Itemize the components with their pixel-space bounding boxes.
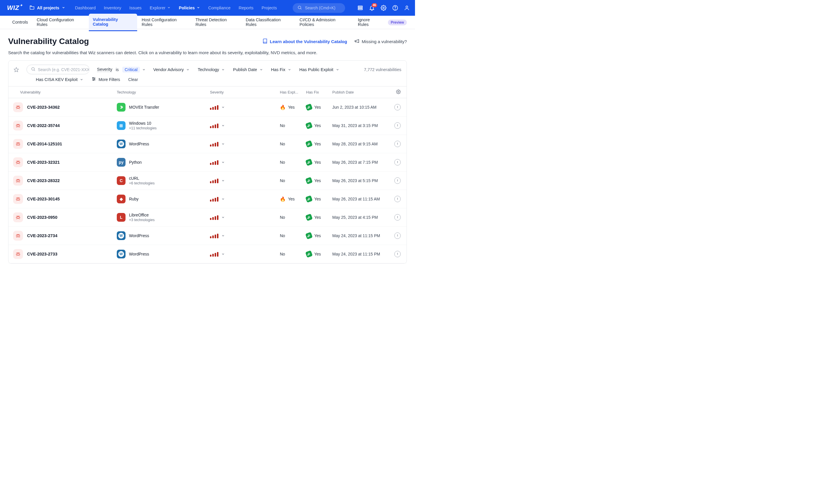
nav-issues[interactable]: Issues xyxy=(129,5,141,10)
tech-name: Windows 10 xyxy=(129,121,157,126)
chevron-down-icon xyxy=(186,68,190,71)
catalog-search-input[interactable] xyxy=(38,67,89,72)
clear-filters[interactable]: Clear xyxy=(128,77,138,82)
table-settings-icon[interactable] xyxy=(396,91,401,95)
tech-icon: ◆ xyxy=(117,195,126,203)
table-row[interactable]: CVE-2023-0950LLibreOffice+3 technologies… xyxy=(8,208,407,227)
tab-cloud-configuration-rules[interactable]: Cloud Configuration Rules xyxy=(33,14,88,31)
chevron-down-icon xyxy=(221,216,225,219)
tech-sub: +3 technologies xyxy=(129,218,155,222)
bug-icon xyxy=(13,139,23,149)
chevron-down-icon xyxy=(288,68,291,71)
user-icon[interactable] xyxy=(404,5,410,11)
folder-icon xyxy=(29,5,35,11)
sliders-icon xyxy=(91,76,96,82)
severity-cell[interactable] xyxy=(210,196,273,201)
bell-icon[interactable]: 46 xyxy=(369,5,375,11)
bug-icon xyxy=(13,121,23,130)
notification-badge: 46 xyxy=(372,3,377,7)
nav-compliance[interactable]: Compliance xyxy=(208,5,231,10)
info-icon[interactable] xyxy=(394,178,401,184)
filter-vendor-advisory[interactable]: Vendor Advisory xyxy=(153,67,190,72)
col-fix[interactable]: Has Fix xyxy=(302,87,329,98)
tab-data-classification-rules[interactable]: Data Classification Rules xyxy=(242,14,295,31)
catalog-search[interactable] xyxy=(27,65,89,74)
severity-cell[interactable] xyxy=(210,251,273,257)
nav-reports[interactable]: Reports xyxy=(238,5,253,10)
missing-link[interactable]: Missing a vulnerability? xyxy=(354,38,407,44)
chevron-down-icon xyxy=(197,5,200,10)
table-row[interactable]: CVE-2023-30145◆Ruby🔥YesYesMay 26, 2023 a… xyxy=(8,190,407,208)
nav-inventory[interactable]: Inventory xyxy=(104,5,122,10)
svg-rect-2 xyxy=(358,6,362,7)
queue-icon[interactable] xyxy=(357,5,363,11)
fix-value: Yes xyxy=(314,141,321,146)
page-subtitle: Search the catalog for vulnerabilities t… xyxy=(8,50,407,55)
logo[interactable]: WIZ✦ xyxy=(7,4,23,12)
nav-explorer[interactable]: Explorer xyxy=(150,5,171,10)
global-search-input[interactable] xyxy=(305,5,341,10)
table-row[interactable]: CVE-2022-35744⊞Windows 10+11 technologie… xyxy=(8,117,407,135)
severity-cell[interactable] xyxy=(210,141,273,147)
severity-bars-icon xyxy=(210,233,218,238)
col-vuln[interactable]: Vulnerability xyxy=(8,87,113,98)
severity-cell[interactable] xyxy=(210,160,273,165)
gear-icon[interactable] xyxy=(381,5,386,11)
nav-dashboard[interactable]: Dashboard xyxy=(75,5,96,10)
filter-technology[interactable]: Technology xyxy=(198,67,225,72)
tech-name: MOVEit Transfer xyxy=(129,105,159,109)
info-icon[interactable] xyxy=(394,232,401,239)
table-row[interactable]: CVE-2023-2733WWordPressNoYesMay 24, 2023… xyxy=(8,245,407,263)
tab-ci-cd-admission-policies[interactable]: CI/CD & Admission Policies xyxy=(295,14,353,31)
filter-has-fix[interactable]: Has Fix xyxy=(271,67,291,72)
favorite-icon[interactable] xyxy=(14,67,19,72)
table-row[interactable]: CVE-2014-125101WWordPressNoYesMay 28, 20… xyxy=(8,135,407,153)
svg-point-40 xyxy=(17,235,19,237)
tab-vulnerability-catalog[interactable]: Vulnerability Catalog xyxy=(89,14,137,31)
more-filters[interactable]: More Filters xyxy=(91,76,120,82)
nav-policies[interactable]: Policies xyxy=(179,5,200,10)
severity-cell[interactable] xyxy=(210,178,273,183)
tab-threat-detection-rules[interactable]: Threat Detection Rules xyxy=(191,14,241,31)
col-date[interactable]: Publish Date xyxy=(329,87,391,98)
publish-date: May 31, 2023 at 3:15 PM xyxy=(329,117,391,135)
info-icon[interactable] xyxy=(394,104,401,111)
tab-ignore-rules[interactable]: Ignore Rules xyxy=(354,14,385,31)
help-icon[interactable] xyxy=(392,5,398,11)
filter-has-public-exploit[interactable]: Has Public Exploit xyxy=(299,67,339,72)
severity-bars-icon xyxy=(210,141,218,147)
global-search[interactable] xyxy=(293,3,345,13)
fix-icon xyxy=(305,177,313,184)
info-icon[interactable] xyxy=(394,196,401,202)
catalog-card: Severity is Critical Vendor AdvisoryTech… xyxy=(8,60,407,264)
filter-publish-date[interactable]: Publish Date xyxy=(233,67,263,72)
severity-cell[interactable] xyxy=(210,104,273,110)
info-icon[interactable] xyxy=(394,141,401,147)
severity-cell[interactable] xyxy=(210,215,273,220)
info-icon[interactable] xyxy=(394,122,401,129)
learn-link[interactable]: Learn about the Vulnerability Catalog xyxy=(262,38,347,44)
table-row[interactable]: CVE-2023-34362MOVEit Transfer🔥YesYesJun … xyxy=(8,98,407,117)
table-row[interactable]: CVE-2023-28322CcURL+6 technologiesNoYesM… xyxy=(8,171,407,190)
severity-cell[interactable] xyxy=(210,123,273,128)
filter-kev[interactable]: Has CISA KEV Exploit xyxy=(36,77,83,82)
col-sev[interactable]: Severity xyxy=(206,87,276,98)
info-icon[interactable] xyxy=(394,214,401,221)
nav-projects[interactable]: Projects xyxy=(261,5,277,10)
svg-line-1 xyxy=(300,8,301,9)
filter-severity[interactable]: Severity is Critical xyxy=(97,67,146,72)
publish-date: May 28, 2023 at 9:15 AM xyxy=(329,135,391,153)
tab-host-configuration-rules[interactable]: Host Configuration Rules xyxy=(138,14,191,31)
col-expl[interactable]: Has Expl... xyxy=(276,87,302,98)
tab-controls[interactable]: Controls xyxy=(8,16,32,28)
fix-icon xyxy=(305,158,313,166)
severity-cell[interactable] xyxy=(210,233,273,238)
info-icon[interactable] xyxy=(394,251,401,257)
table-row[interactable]: CVE-2023-32321pyPythonNoYesMay 26, 2023 … xyxy=(8,153,407,171)
table-row[interactable]: CVE-2023-2734WWordPressNoYesMay 24, 2023… xyxy=(8,227,407,245)
info-icon[interactable] xyxy=(394,159,401,165)
fix-icon xyxy=(305,195,313,203)
col-tech[interactable]: Technology xyxy=(113,87,206,98)
svg-point-37 xyxy=(17,217,19,219)
project-picker[interactable]: All projects xyxy=(29,5,65,11)
